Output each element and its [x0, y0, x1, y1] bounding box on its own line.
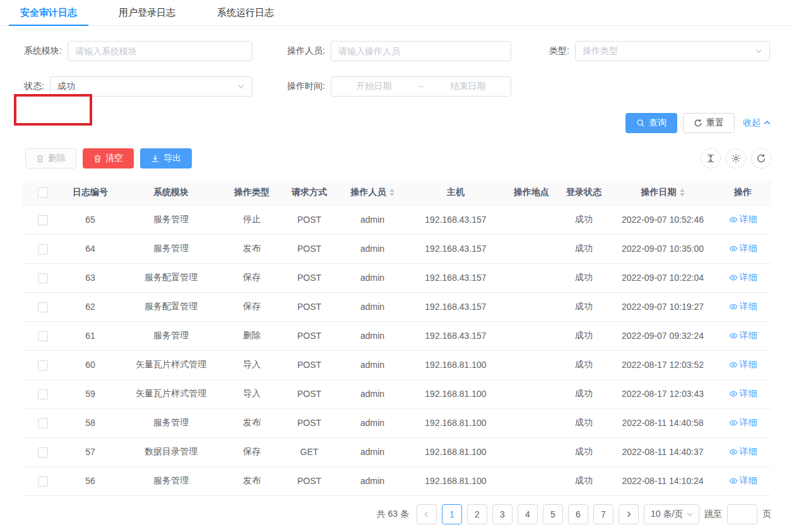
column-header-method: 请求方式 [279, 180, 340, 205]
row-checkbox[interactable] [38, 360, 48, 370]
table-row: 65服务管理停止POSTadmin192.168.43.157成功2022-09… [23, 205, 771, 234]
cell-date: 2022-09-07 10:35:00 [611, 234, 714, 263]
cell-id: 57 [63, 437, 117, 466]
eye-icon [729, 447, 738, 456]
cell-date: 2022-08-11 14:10:24 [611, 466, 714, 495]
row-density-button[interactable] [701, 148, 721, 168]
row-checkbox-cell [23, 350, 63, 379]
row-checkbox[interactable] [38, 447, 48, 458]
table-row: 56服务管理发布POSTadmin192.168.81.100成功2022-08… [23, 466, 771, 495]
cell-location [506, 408, 557, 437]
column-header-operator[interactable]: 操作人员 [340, 180, 405, 205]
detail-link[interactable]: 详细 [729, 446, 757, 458]
detail-link[interactable]: 详细 [729, 272, 757, 283]
column-header-status: 登录状态 [557, 180, 611, 205]
tab-user-login-log[interactable]: 用户登录日志 [107, 0, 187, 25]
detail-link[interactable]: 详细 [729, 301, 757, 312]
cell-method: POST [279, 350, 340, 379]
cell-id: 59 [63, 379, 117, 408]
type-select[interactable]: 操作类型 [575, 41, 770, 61]
operator-input-wrap [331, 41, 511, 61]
cell-op_type: 停止 [225, 205, 279, 234]
detail-link[interactable]: 详细 [729, 243, 757, 254]
page-button-5[interactable]: 5 [543, 504, 563, 524]
date-range-picker[interactable]: 开始日期 ~ 结束日期 [331, 76, 511, 97]
page-button-4[interactable]: 4 [518, 504, 538, 524]
filter-system-module: 系统模块: [24, 41, 252, 61]
row-checkbox-cell [23, 408, 63, 437]
delete-button[interactable]: 删除 [25, 148, 76, 168]
refresh-table-button[interactable] [751, 148, 771, 168]
download-icon [151, 154, 160, 163]
cell-location [506, 234, 557, 263]
search-button-label: 查询 [649, 117, 667, 129]
cell-host: 192.168.43.157 [405, 292, 506, 321]
detail-link[interactable]: 详细 [729, 214, 757, 225]
cell-op_type: 删除 [225, 321, 279, 350]
export-button[interactable]: 导出 [140, 148, 192, 168]
cell-host: 192.168.81.100 [405, 466, 506, 495]
cell-date: 2022-08-11 14:40:37 [611, 437, 714, 466]
column-header-date[interactable]: 操作日期 [611, 180, 714, 205]
cell-operator: admin [340, 408, 405, 437]
detail-link[interactable]: 详细 [729, 330, 757, 341]
row-checkbox[interactable] [38, 331, 48, 341]
operator-input[interactable] [338, 46, 504, 56]
cell-status: 成功 [557, 379, 611, 408]
select-all-checkbox[interactable] [38, 187, 48, 198]
cell-location [506, 263, 557, 292]
page-size-select[interactable]: 10 条/页 [644, 504, 699, 524]
row-checkbox[interactable] [38, 244, 48, 254]
column-settings-button[interactable] [726, 148, 746, 168]
collapse-link[interactable]: 收起 [743, 117, 771, 129]
page-button-7[interactable]: 7 [593, 504, 613, 524]
cell-operator: admin [340, 350, 405, 379]
sort-icon[interactable] [680, 189, 685, 196]
chevron-right-icon [625, 511, 632, 518]
detail-link[interactable]: 详细 [729, 388, 757, 399]
detail-link[interactable]: 详细 [729, 475, 757, 487]
row-checkbox[interactable] [38, 476, 48, 487]
page-button-1[interactable]: 1 [442, 504, 462, 524]
detail-link[interactable]: 详细 [729, 417, 757, 429]
next-page-button[interactable] [619, 504, 639, 524]
clear-button[interactable]: 清空 [83, 148, 134, 168]
row-checkbox[interactable] [38, 389, 48, 399]
start-date-placeholder: 开始日期 [338, 81, 410, 92]
cell-id: 65 [63, 205, 117, 234]
row-checkbox[interactable] [38, 418, 48, 429]
row-checkbox[interactable] [38, 273, 48, 283]
row-checkbox-cell [23, 205, 63, 234]
prev-page-button[interactable] [417, 504, 437, 524]
collapse-link-label: 收起 [743, 117, 761, 129]
row-checkbox-cell [23, 379, 63, 408]
table-row: 64服务管理发布POSTadmin192.168.43.157成功2022-09… [23, 234, 771, 263]
reset-button[interactable]: 重置 [683, 113, 735, 133]
cell-action: 详细 [714, 263, 771, 292]
search-button[interactable]: 查询 [625, 113, 677, 133]
row-checkbox[interactable] [38, 302, 48, 312]
cell-module: 服务管理 [117, 234, 225, 263]
table-row: 62服务配置管理保存POSTadmin192.168.43.157成功2022-… [23, 292, 771, 321]
row-checkbox[interactable] [38, 215, 48, 225]
tab-system-run-log[interactable]: 系统运行日志 [206, 0, 285, 25]
cell-location [506, 350, 557, 379]
system-module-input[interactable] [75, 46, 245, 56]
jump-page-input[interactable] [727, 504, 757, 524]
column-header-action: 操作 [714, 180, 771, 205]
detail-link-label: 详细 [740, 214, 757, 225]
page-button-2[interactable]: 2 [467, 504, 487, 524]
page-button-3[interactable]: 3 [492, 504, 513, 524]
cell-action: 详细 [714, 379, 771, 408]
sort-icon[interactable] [389, 189, 394, 196]
cell-op_type: 导入 [225, 350, 279, 379]
page-button-6[interactable]: 6 [568, 504, 588, 524]
status-select[interactable]: 成功 [50, 76, 252, 97]
cell-date: 2022-09-07 10:19:27 [611, 292, 714, 321]
eye-icon [729, 331, 738, 340]
detail-link[interactable]: 详细 [729, 359, 757, 370]
detail-link-label: 详细 [740, 475, 757, 487]
cell-method: POST [279, 408, 340, 437]
cell-op_type: 保存 [225, 263, 279, 292]
tab-security-audit-log[interactable]: 安全审计日志 [9, 0, 88, 25]
